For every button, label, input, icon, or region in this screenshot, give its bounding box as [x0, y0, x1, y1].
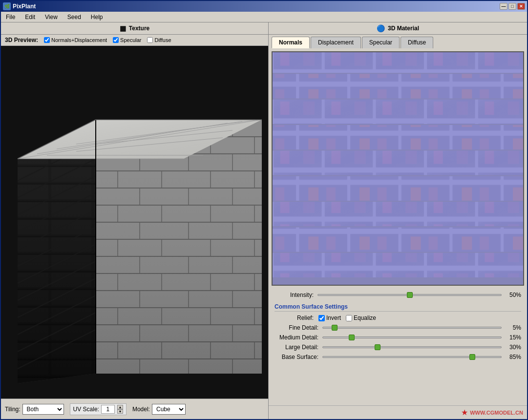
intensity-label: Intensity:	[275, 292, 314, 298]
preview-controls: 3D Preview: Normals+Displacement Specula…	[1, 35, 268, 46]
uvscale-input[interactable]	[101, 405, 115, 414]
diffuse-checkbox[interactable]: Diffuse	[147, 37, 171, 43]
watermark-text: WWW.CGMODEL.CN	[470, 410, 523, 416]
menu-file[interactable]: File	[3, 13, 18, 21]
title-bar: 🌿 PixPlant — □ ✕	[1, 1, 527, 12]
diffuse-label: Diffuse	[154, 37, 171, 43]
cube-scene	[1, 46, 268, 399]
tiling-label: Tiling:	[5, 406, 21, 413]
normals-preview-svg	[273, 52, 523, 285]
tabs-bar: Normals Displacement Specular Diffuse	[269, 35, 527, 48]
intensity-value: 50%	[506, 292, 521, 298]
specular-input[interactable]	[113, 37, 119, 43]
medium-detail-slider[interactable]	[322, 336, 502, 338]
specular-label: Specular	[120, 37, 141, 43]
equalize-label: Equalize	[354, 315, 376, 321]
base-surface-label: Base Surface:	[275, 354, 318, 360]
app-icon: 🌿	[3, 2, 11, 10]
left-panel: ▦ Texture 3D Preview: Normals+Displaceme…	[1, 22, 269, 419]
title-bar-left: 🌿 PixPlant	[3, 2, 36, 10]
material-panel-title: 3D Material	[388, 25, 419, 32]
tab-specular[interactable]: Specular	[362, 37, 400, 48]
invert-checkbox[interactable]: Invert	[318, 315, 341, 321]
window-title: PixPlant	[13, 3, 36, 10]
close-button[interactable]: ✕	[517, 3, 525, 10]
controls-area: Intensity: 50% Common Surface Settings R…	[269, 289, 527, 405]
title-bar-buttons: — □ ✕	[500, 3, 525, 10]
normals-displacement-label: Normals+Displacement	[51, 37, 107, 43]
texture-panel-header: ▦ Texture	[1, 22, 268, 35]
normals-displacement-input[interactable]	[44, 37, 50, 43]
uvscale-label: UV Scale:	[73, 406, 99, 413]
tiling-select[interactable]: Both Horizontal Vertical None	[22, 404, 64, 415]
model-group: Model: Cube Sphere Plane	[132, 404, 186, 415]
texture-panel-title: Texture	[129, 25, 149, 32]
base-surface-slider[interactable]	[322, 356, 502, 358]
right-panel: 🔵 3D Material Normals Displacement Specu…	[269, 22, 527, 419]
base-surface-value: 85%	[506, 354, 521, 360]
menu-seed[interactable]: Seed	[64, 13, 84, 21]
material-preview	[272, 51, 524, 286]
tab-normals[interactable]: Normals	[272, 37, 310, 48]
watermark-bar: ★ WWW.CGMODEL.CN	[269, 405, 527, 419]
large-detail-slider[interactable]	[322, 346, 502, 348]
large-detail-label: Large Detail:	[275, 344, 318, 351]
intensity-slider[interactable]	[317, 294, 502, 296]
menu-view[interactable]: View	[42, 13, 61, 21]
cube-svg	[8, 61, 262, 383]
bottom-bar: Tiling: Both Horizontal Vertical None UV…	[1, 399, 268, 419]
texture-icon: ▦	[120, 24, 126, 32]
uvscale-group: UV Scale: ▲ ▼	[70, 403, 127, 415]
cube-left-shade	[18, 120, 96, 383]
model-select[interactable]: Cube Sphere Plane	[152, 404, 186, 415]
watermark: ★ WWW.CGMODEL.CN	[461, 408, 523, 417]
large-detail-row: Large Detail: 30%	[275, 344, 521, 351]
window-frame: 🌿 PixPlant — □ ✕ File Edit View Seed Hel…	[0, 0, 528, 420]
intensity-row: Intensity: 50%	[275, 292, 521, 298]
watermark-star: ★	[461, 408, 468, 417]
uvscale-up[interactable]: ▲	[117, 405, 123, 409]
main-content: ▦ Texture 3D Preview: Normals+Displaceme…	[1, 22, 527, 419]
minimize-button[interactable]: —	[500, 3, 507, 10]
tab-diffuse[interactable]: Diffuse	[401, 37, 433, 48]
tiling-group: Tiling: Both Horizontal Vertical None	[5, 404, 64, 415]
material-icon: 🔵	[377, 24, 385, 32]
material-panel-header: 🔵 3D Material	[269, 22, 527, 35]
invert-input[interactable]	[318, 315, 325, 321]
diffuse-input[interactable]	[147, 37, 153, 43]
uvscale-down[interactable]: ▼	[117, 409, 123, 414]
invert-label: Invert	[326, 315, 341, 321]
normals-displacement-checkbox[interactable]: Normals+Displacement	[44, 37, 107, 43]
equalize-input[interactable]	[346, 315, 352, 321]
fine-detail-slider[interactable]	[322, 327, 502, 329]
medium-detail-row: Medium Detail: 15%	[275, 334, 521, 341]
fine-detail-value: 5%	[506, 324, 521, 331]
menu-help[interactable]: Help	[88, 13, 106, 21]
specular-checkbox[interactable]: Specular	[113, 37, 141, 43]
maximize-button[interactable]: □	[508, 3, 516, 10]
menu-bar: File Edit View Seed Help	[1, 12, 527, 22]
common-surface-header: Common Surface Settings	[275, 303, 521, 312]
svg-rect-120	[273, 52, 523, 285]
model-label: Model:	[132, 406, 150, 413]
large-detail-value: 30%	[506, 344, 521, 351]
tab-displacement[interactable]: Displacement	[311, 37, 361, 48]
fine-detail-label: Fine Detail:	[275, 324, 318, 331]
medium-detail-label: Medium Detail:	[275, 334, 318, 341]
relief-row: Relief: Invert Equalize	[275, 315, 521, 321]
menu-edit[interactable]: Edit	[22, 13, 38, 21]
viewport-3d	[1, 46, 268, 399]
equalize-checkbox[interactable]: Equalize	[346, 315, 376, 321]
relief-label: Relief:	[275, 315, 314, 321]
uvscale-spinner: ▲ ▼	[117, 405, 123, 414]
medium-detail-value: 15%	[506, 334, 521, 341]
base-surface-row: Base Surface: 85%	[275, 354, 521, 360]
preview-label: 3D Preview:	[5, 37, 38, 43]
fine-detail-row: Fine Detail: 5%	[275, 324, 521, 331]
